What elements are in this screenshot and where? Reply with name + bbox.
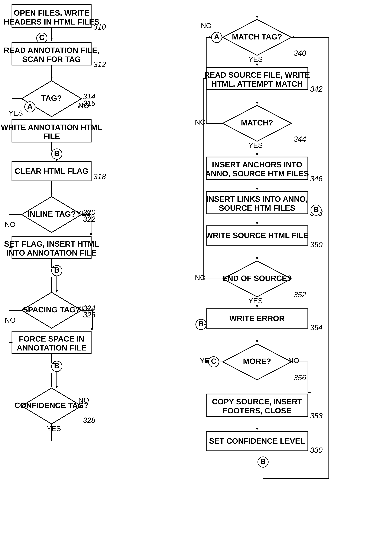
insert-anchors-text-2: ANNO, SOURCE HTM FILES — [205, 169, 309, 178]
ref-330: 330 — [310, 446, 323, 454]
connector-b-right-1-label: B — [313, 205, 319, 214]
flowchart-container: OPEN FILES, WRITE HEADERS IN HTML FILES … — [0, 0, 392, 538]
svg-marker-40 — [256, 16, 258, 19]
end-yes-label: YES — [248, 297, 263, 305]
ref-328: 328 — [83, 416, 95, 425]
match-tag-no-top-label: NO — [201, 22, 212, 30]
ref-350: 350 — [310, 241, 323, 249]
spacing-yes-label: YES — [76, 305, 91, 313]
clear-html-flag-text: CLEAR HTML FLAG — [15, 167, 89, 175]
ref-344: 344 — [294, 135, 306, 143]
ref-340: 340 — [294, 49, 306, 57]
svg-marker-72 — [308, 392, 311, 394]
svg-marker-43 — [256, 64, 258, 66]
svg-marker-3 — [51, 38, 53, 41]
ref-318: 318 — [93, 172, 106, 181]
confidence-tag-text: CONFIDENCE TAG? — [14, 401, 89, 410]
ref-312: 312 — [93, 60, 106, 69]
svg-marker-53 — [256, 188, 258, 191]
svg-marker-20 — [90, 233, 93, 235]
svg-marker-5 — [51, 77, 53, 80]
write-annotation-text-1: WRITE ANNOTATION HTML — [1, 123, 102, 132]
write-source-text: WRITE SOURCE HTML FILE — [205, 231, 308, 240]
connector-b-2-label: B — [54, 266, 60, 274]
write-annotation-text-2: FILE — [43, 132, 60, 141]
end-of-source-text: END OF SOURCE? — [222, 274, 292, 283]
inline-yes-label: YES — [76, 209, 91, 217]
more-no-label: NO — [288, 357, 299, 364]
connector-b-3-label: B — [54, 362, 60, 370]
connector-a-right-top-label: A — [214, 33, 219, 41]
svg-marker-82 — [56, 386, 58, 389]
ref-358: 358 — [310, 412, 323, 420]
read-annotation-text-2: SCAN FOR TAG — [22, 55, 81, 64]
connector-b-right-3-label: B — [260, 457, 266, 466]
read-source-text-2: HTML, ATTEMPT MATCH — [211, 80, 303, 88]
ref-352: 352 — [294, 291, 306, 299]
svg-marker-56 — [256, 222, 258, 225]
open-files-text-1: OPEN FILES, WRITE — [14, 9, 89, 17]
svg-marker-80 — [56, 290, 58, 293]
svg-marker-51 — [256, 153, 258, 156]
insert-anchors-text-1: INSERT ANCHORS INTO — [212, 160, 302, 169]
force-space-text-2: ANNOTATION FILE — [17, 344, 86, 352]
read-annotation-text-1: READ ANNOTATION FILE, — [4, 46, 99, 55]
svg-marker-45 — [256, 102, 258, 105]
connector-b-right-2-label: B — [198, 320, 204, 328]
end-no-label: NO — [195, 274, 206, 282]
match-yes-label: YES — [248, 141, 263, 149]
match-tag-text: MATCH TAG? — [232, 33, 282, 41]
open-files-text-2: HEADERS IN HTML FILES — [4, 18, 99, 26]
ref-356: 356 — [294, 373, 306, 382]
inline-no-label: NO — [5, 221, 16, 228]
force-space-text-1: FORCE SPACE IN — [19, 335, 84, 343]
connector-c-left-label: C — [39, 33, 45, 42]
svg-marker-74 — [256, 428, 258, 431]
spacing-no-label: NO — [5, 316, 16, 324]
tag-no-label: NO — [78, 102, 89, 110]
svg-marker-58 — [256, 257, 258, 260]
ref-310: 310 — [93, 23, 106, 31]
ref-354: 354 — [310, 323, 322, 332]
confidence-yes-label: YES — [47, 425, 61, 433]
set-flag-text-1: SET FLAG, INSERT HTML — [4, 240, 99, 248]
svg-marker-64 — [256, 305, 258, 308]
set-confidence-text: SET CONFIDENCE LEVEL — [209, 437, 305, 445]
match-tag-yes-label: YES — [248, 55, 263, 63]
copy-source-text-2: FOOTERS, CLOSE — [223, 406, 291, 415]
connector-a-left-label: A — [27, 102, 33, 110]
tag-yes-label: YES — [9, 109, 23, 117]
match-text: MATCH? — [241, 118, 273, 127]
spacing-tag-text: SPACING TAG? — [23, 305, 80, 314]
inline-tag-text: INLINE TAG? — [28, 210, 76, 218]
tag-text: TAG? — [41, 94, 62, 102]
match-no-label: NO — [195, 118, 206, 126]
svg-marker-16 — [51, 193, 53, 196]
write-error-text: WRITE ERROR — [229, 314, 285, 323]
confidence-no-label: NO — [78, 396, 89, 404]
svg-marker-67 — [256, 340, 258, 343]
connector-c-right-label: C — [211, 357, 216, 365]
copy-source-text-1: COPY SOURCE, INSERT — [212, 397, 302, 406]
read-source-text-1: READ SOURCE FILE, WRITE — [204, 71, 310, 79]
more-text: MORE? — [243, 357, 271, 366]
insert-links-text-2: SOURCE HTM FILES — [219, 204, 295, 212]
insert-links-text-1: INSERT LINKS INTO ANNO, — [206, 195, 308, 203]
set-flag-text-2: INTO ANNOTATION FILE — [7, 249, 97, 257]
